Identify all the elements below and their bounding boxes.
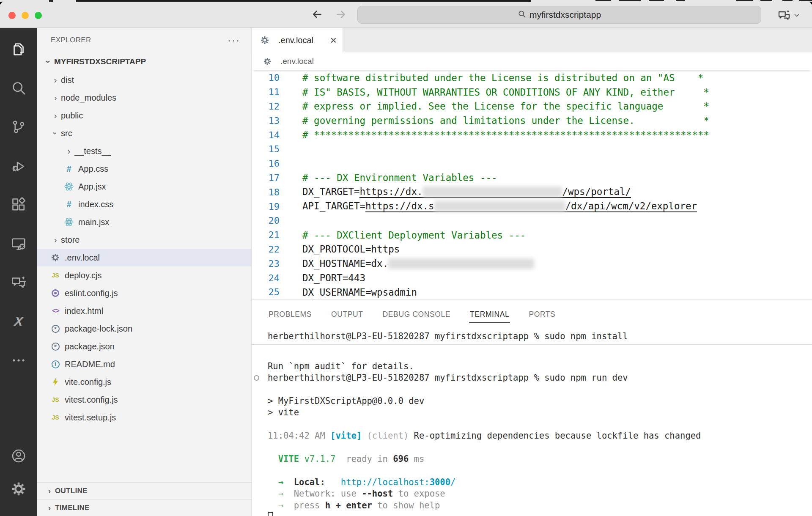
screen-edge-dash (619, 0, 641, 1)
tree-item-vitest-setup-js[interactable]: JSvitest.setup.js (37, 409, 251, 426)
activity-more-button[interactable] (7, 349, 30, 372)
section-timeline[interactable]: ›TIMELINE (37, 499, 251, 516)
localhost-link[interactable]: http://localhost: (341, 477, 430, 487)
terminal[interactable]: herberthilhorst@LP3-EU-51820287 myfirstd… (252, 331, 812, 516)
line-number: 16 (252, 158, 285, 169)
activity-chat-button[interactable] (7, 271, 30, 294)
chevron-icon: › (44, 56, 54, 67)
panel-tab-terminal[interactable]: TERMINAL (469, 307, 510, 323)
terminal-line: Run `npm audit` for details. (268, 361, 812, 372)
tree-item-app-jsx[interactable]: App.jsx (37, 178, 251, 195)
css-hash-icon: # (63, 200, 74, 209)
redacted-text (434, 201, 565, 211)
terminal-line: 11:04:42 AM [vite] (client) Re-optimizin… (268, 430, 812, 442)
localhost-link[interactable]: 3000 (430, 477, 450, 487)
settings-gear-icon (11, 482, 26, 496)
close-tab-icon[interactable]: × (330, 35, 337, 46)
line-number: 25 (252, 287, 285, 297)
code-editor[interactable]: 10# software distributed under the Licen… (252, 70, 812, 299)
line-number: 24 (252, 273, 285, 283)
tree-item-env-local[interactable]: .env.local (37, 249, 251, 266)
line-number: 14 (252, 130, 285, 140)
localhost-link[interactable]: / (450, 477, 455, 487)
explorer-more-actions-button[interactable]: ··· (228, 38, 240, 42)
activity-settings-button[interactable] (7, 477, 30, 501)
panel-tab-ports[interactable]: PORTS (528, 307, 556, 323)
close-window-button[interactable] (8, 12, 16, 19)
redacted-text (388, 258, 534, 269)
tree-item-dist[interactable]: ›dist (37, 71, 251, 89)
tree-item-store[interactable]: ›store (37, 231, 251, 249)
url-link[interactable]: https://dx./wps/portal/ (359, 187, 631, 198)
js-icon: JS (50, 272, 61, 279)
terminal-blank-line (268, 442, 812, 453)
tree-item-index-html[interactable]: <>index.html (37, 302, 251, 320)
code-line-12: 12# express or implied. See the License … (252, 99, 812, 114)
terminal-cursor (268, 511, 812, 516)
code-line-25: 25DX_USERNAME=wpsadmin (252, 285, 812, 299)
activity-source-control-button[interactable] (7, 115, 30, 139)
minimize-window-button[interactable] (22, 12, 29, 19)
code-line-14: 14# ************************************… (252, 128, 812, 142)
chevron-icon: › (50, 110, 61, 121)
tree-item-src[interactable]: ›src (37, 124, 251, 142)
search-icon (11, 80, 26, 96)
activity-account-button[interactable] (7, 444, 30, 468)
tree-item-vite-config-js[interactable]: vite.config.js (37, 373, 251, 391)
react-icon (63, 181, 74, 192)
bolt-icon (50, 378, 61, 386)
command-decoration-icon (254, 375, 259, 381)
activity-remote-explorer-button[interactable] (7, 232, 30, 255)
breadcrumb[interactable]: .env.local (252, 52, 812, 70)
info-icon: i (50, 360, 61, 368)
tree-item-package-json[interactable]: *package.json (37, 338, 251, 355)
tree-item-readme-md[interactable]: iREADME.md (37, 355, 251, 373)
workspace-root-folder[interactable]: › MYFIRSTDXSCRIPTAPP (37, 52, 251, 71)
line-number: 21 (252, 230, 285, 240)
tree-item-vitest-config-js[interactable]: JSvitest.config.js (37, 391, 251, 409)
explorer-sidebar: EXPLORER ··· › MYFIRSTDXSCRIPTAPP ›dist›… (37, 28, 252, 516)
activity-x-extension-button[interactable]: X (7, 310, 30, 333)
screen-edge-dash (760, 0, 772, 1)
panel-tab-debug-console[interactable]: DEBUG CONSOLE (382, 307, 451, 323)
gear-icon (50, 253, 61, 262)
address-bar-text: myfirstdxscriptapp (529, 10, 601, 20)
section-outline[interactable]: ›OUTLINE (37, 482, 251, 499)
terminal-blank-line (268, 465, 812, 476)
chat-icon (11, 275, 26, 290)
address-bar[interactable]: myfirstdxscriptapp (357, 6, 761, 24)
tree-item-public[interactable]: ›public (37, 107, 251, 124)
forward-arrow-icon[interactable] (335, 8, 347, 21)
tab-env-local[interactable]: .env.local × (252, 28, 343, 52)
search-icon (518, 10, 526, 20)
chat-sparkle-icon[interactable] (777, 8, 791, 24)
screen-edge-dash (649, 0, 664, 1)
code-line-15: 15 (252, 142, 812, 156)
code-line-18: 18DX_TARGET=https://dx./wps/portal/ (252, 185, 812, 199)
panel-tab-output[interactable]: OUTPUT (330, 307, 364, 323)
tree-item-deploy-cjs[interactable]: JSdeploy.cjs (37, 266, 251, 284)
chevron-down-icon[interactable] (793, 12, 800, 20)
tree-item-node-modules[interactable]: ›node_modules (37, 89, 251, 107)
url-link[interactable]: https://dx.s/dx/api/wcm/v2/explorer (365, 201, 697, 212)
activity-search-button[interactable] (7, 76, 30, 100)
activity-run-debug-button[interactable] (7, 154, 30, 178)
chevron-icon: › (50, 93, 61, 103)
back-arrow-icon[interactable] (311, 8, 324, 21)
tree-item-package-lock-json[interactable]: *package-lock.json (37, 320, 251, 338)
tree-item-eslint-config-js[interactable]: eslint.config.js (37, 284, 251, 302)
panel-tab-problems[interactable]: PROBLEMS (268, 307, 313, 323)
activity-extensions-button[interactable] (7, 193, 30, 217)
code-line-17: 17# --- DX Environment Variables --- (252, 171, 812, 185)
terminal-blank-line (268, 419, 812, 430)
tree-item-index-css[interactable]: #index.css (37, 195, 251, 213)
x-extension-icon: X (14, 314, 23, 329)
tree-item-tests[interactable]: ›__tests__ (37, 142, 251, 160)
activity-explorer-button[interactable] (7, 37, 30, 61)
zoom-window-button[interactable] (35, 12, 42, 19)
tree-item-main-jsx[interactable]: main.jsx (37, 213, 251, 231)
css-hash-icon: # (63, 164, 74, 174)
line-number: 17 (252, 173, 285, 183)
tree-item-app-css[interactable]: #App.css (37, 160, 251, 178)
terminal-line: > MyFirstDXScriptApp@0.0.0 dev (268, 395, 812, 407)
